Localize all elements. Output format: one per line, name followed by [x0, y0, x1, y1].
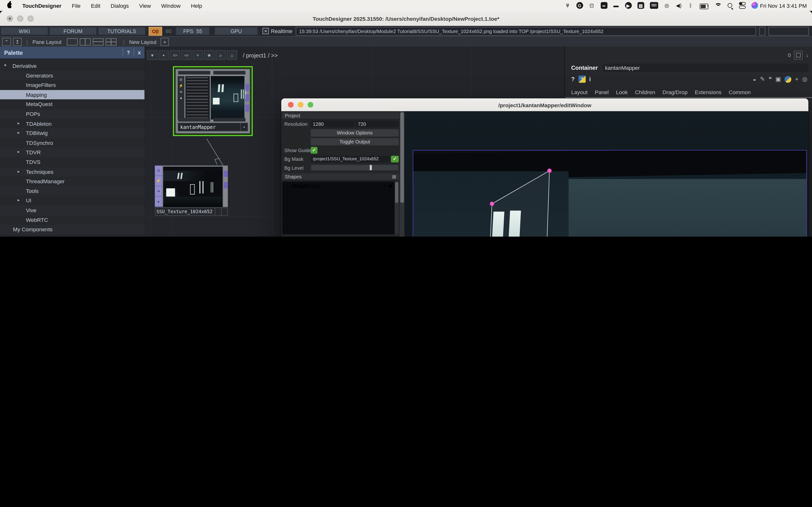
comment-icon[interactable]: ❝ — [768, 75, 772, 83]
target-icon[interactable]: ◎ — [802, 75, 807, 83]
resolution-h-field[interactable]: 720 — [356, 120, 399, 127]
fps-indicator[interactable]: FPS55 — [176, 27, 210, 35]
circle-g-icon[interactable]: G — [576, 2, 583, 9]
node-kantanmapper[interactable]: ◎⚡✕● kantanMapper ✦ — [173, 66, 253, 136]
battery-icon[interactable] — [699, 2, 708, 9]
airdrop-icon[interactable]: ◎ — [664, 2, 670, 9]
node-viewer-icon[interactable]: ◒ — [753, 76, 756, 82]
parameter-tab[interactable]: Layout — [571, 89, 588, 95]
bg-level-slider[interactable] — [311, 164, 399, 171]
parameter-tab[interactable]: Look — [616, 89, 628, 95]
purple-tab[interactable] — [224, 182, 228, 188]
parameter-tab[interactable]: Panel — [595, 89, 609, 95]
palette-tree-item[interactable]: ImageFilters — [0, 80, 145, 90]
menu-item[interactable]: Edit — [91, 2, 100, 9]
visibility-eye-icon[interactable]: ◉ — [384, 183, 396, 188]
resolution-w-field[interactable]: 1280 — [311, 120, 354, 127]
palette-tree-item[interactable]: ▾ Derivative — [0, 61, 145, 71]
oi-indicator[interactable]: O|I — [149, 26, 162, 35]
viewer-toggle-button[interactable] — [794, 51, 803, 59]
menu-item[interactable]: File — [72, 2, 81, 9]
add-icon[interactable]: + — [795, 76, 799, 82]
app-menu[interactable]: TouchDesigner — [22, 2, 61, 9]
python-icon[interactable] — [785, 76, 792, 82]
purple-tab[interactable] — [246, 84, 249, 91]
apple-menu-icon[interactable] — [7, 3, 12, 8]
palette-tree-item[interactable]: ThreadManager — [0, 176, 145, 186]
layout-split-horizontal[interactable] — [93, 38, 103, 46]
edit-icon[interactable]: ✎ — [760, 75, 765, 83]
bg-mask-apply-button[interactable]: ✓ — [391, 156, 399, 163]
volume-icon[interactable]: ◀) — [675, 2, 682, 9]
forum-button[interactable]: FORUM — [49, 27, 97, 35]
palette-tree-item[interactable]: Tools — [0, 186, 145, 196]
parameters-scrollbar[interactable] — [400, 111, 404, 237]
layout-grid[interactable] — [106, 38, 116, 46]
palette-tree-item[interactable]: Generators — [0, 71, 145, 80]
new-layout-button[interactable]: New Layout — [129, 39, 156, 45]
save-layout-icon[interactable]: ↥ — [13, 38, 22, 46]
section-project[interactable]: Project — [282, 112, 399, 119]
output-region[interactable] — [413, 150, 807, 237]
purple-tab[interactable] — [246, 105, 249, 112]
adobe-cc-icon[interactable]: ∞ — [601, 2, 607, 9]
palette-tree-item[interactable]: ▸ TDAbleton — [0, 119, 145, 128]
bg-mask-field[interactable]: /project1/SSU_Texture_1024x652 — [311, 156, 390, 163]
wiki-button[interactable]: WIKI — [0, 27, 48, 35]
siri-icon[interactable] — [751, 2, 758, 9]
menu-item[interactable]: Dialogs — [111, 2, 129, 9]
mapping-quad[interactable] — [413, 151, 806, 237]
python-help-icon[interactable]: ? — [578, 75, 586, 83]
purple-tab[interactable] — [224, 171, 228, 177]
wifi-icon[interactable] — [714, 2, 721, 9]
palette-tree-item[interactable]: WebRTC — [0, 215, 145, 225]
palette-tree-item[interactable]: ▸ Techniques — [0, 167, 145, 176]
spotlight-icon[interactable] — [727, 2, 733, 9]
parameter-tab[interactable]: Extensions — [695, 89, 721, 95]
section-shapes[interactable]: Shapes⊞ — [282, 173, 399, 181]
show-guides-checkbox[interactable]: ✓ — [311, 147, 317, 154]
palette-tree-item[interactable]: My Components — [0, 225, 145, 234]
keyboard-icon[interactable]: ▬ — [613, 2, 619, 9]
palette-close-button[interactable]: x — [134, 48, 145, 57]
clipboard-icon[interactable]: ▣ — [775, 75, 781, 83]
node-ssu-texture[interactable]: ◎⚡➜● SSU_Texture_1024x652 — [155, 166, 228, 216]
help-icon[interactable]: ? — [571, 76, 575, 82]
stage-manager-icon[interactable]: ▥ — [637, 2, 644, 9]
menu-item[interactable]: View — [139, 2, 151, 9]
window-manager-icon[interactable]: ⊡ — [589, 2, 595, 9]
palette-help-button[interactable]: ? — [123, 48, 134, 57]
parameter-tab[interactable]: Children — [635, 89, 655, 95]
menu-clock[interactable]: Fri Nov 14 3:41 PM — [760, 2, 807, 9]
input-source-icon[interactable]: 简拼 — [650, 2, 658, 9]
node-name-field[interactable]: kantanMapper ✦ — [177, 123, 248, 131]
palette-tree-item[interactable]: Mapping — [0, 90, 145, 100]
palette-tree-item[interactable]: MetaQuest — [0, 100, 145, 109]
layout-single[interactable] — [67, 38, 78, 46]
palette-tree-item[interactable]: POPs — [0, 109, 145, 119]
mapping-viewport[interactable] — [405, 111, 808, 237]
purple-tab[interactable] — [246, 94, 249, 101]
operator-name-field[interactable]: kantanMapper — [603, 64, 808, 72]
down-arrow-icon[interactable]: ↓ — [806, 52, 808, 58]
play-circle-icon[interactable]: ▶ — [625, 2, 631, 9]
menu-item[interactable]: Window — [161, 2, 181, 9]
control-center-icon[interactable] — [739, 2, 746, 9]
bluetooth-icon[interactable]: ᛒ — [688, 2, 694, 9]
add-layout-button[interactable]: + — [161, 38, 169, 46]
menu-item[interactable]: Help — [191, 2, 202, 9]
info-icon[interactable]: i — [589, 76, 591, 82]
parameter-tab[interactable]: Drag/Drop — [662, 89, 688, 95]
palette-tree-item[interactable]: ▸ UI — [0, 196, 145, 206]
maximize-pane-icon[interactable]: ⌃ — [2, 38, 11, 46]
tutorials-button[interactable]: TUTORIALS — [98, 27, 146, 35]
parameter-tab[interactable]: Common — [729, 89, 751, 95]
palette-tree-item[interactable]: ▸ TDBitwig — [0, 128, 145, 138]
palette-tree-item[interactable]: ▸ TDVR — [0, 148, 145, 157]
git-branch-icon[interactable]: ⋔ — [564, 2, 570, 9]
realtime-checkbox[interactable]: ✕ — [263, 28, 269, 34]
shape-row-ssu-texture[interactable]: SSU-Texture ◉ — [283, 181, 396, 190]
node-name-field[interactable]: SSU_Texture_1024x652 — [155, 207, 228, 216]
node-add-icon[interactable]: ✦ — [240, 123, 248, 131]
palette-tree-item[interactable]: TDSynchro — [0, 138, 145, 148]
